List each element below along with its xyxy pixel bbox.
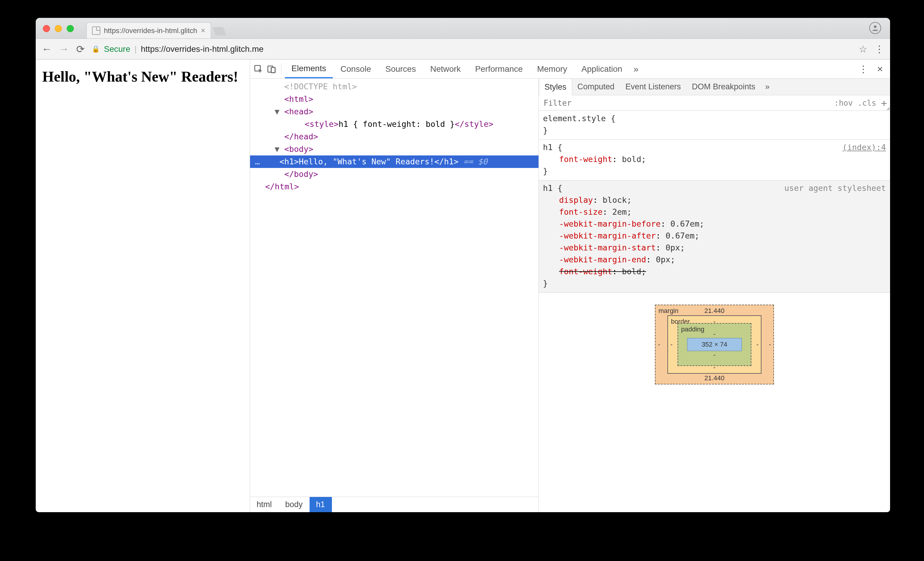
subtab-dom-breakpoints[interactable]: DOM Breakpoints — [687, 79, 761, 95]
dom-line[interactable]: </head> — [250, 130, 538, 143]
styles-tabbar: Styles Computed Event Listeners DOM Brea… — [539, 79, 890, 95]
bookmark-star-icon[interactable]: ☆ — [859, 44, 867, 55]
page-favicon-icon — [92, 27, 100, 35]
browser-menu-button[interactable]: ⋮ — [874, 44, 884, 55]
browser-window: https://overrides-in-html.glitch × ← → ⟳… — [36, 18, 890, 512]
tab-application[interactable]: Application — [575, 60, 629, 78]
tabs-overflow-icon[interactable]: » — [630, 64, 642, 74]
devtools-tabbar: Elements Console Sources Network Perform… — [250, 60, 890, 79]
dom-line[interactable]: ▼ <body> — [250, 143, 538, 155]
css-declaration[interactable]: font-weight: bold; — [543, 153, 886, 165]
styles-filter-row: :hov .cls + — [539, 95, 890, 111]
profile-avatar-button[interactable] — [869, 22, 881, 34]
padding-bottom-value: - — [713, 351, 716, 358]
dom-line[interactable]: </html> — [250, 180, 538, 193]
subtab-event-listeners[interactable]: Event Listeners — [620, 79, 687, 95]
styles-column: Styles Computed Event Listeners DOM Brea… — [539, 79, 890, 512]
secure-label: Secure — [104, 44, 130, 54]
margin-left-value: - — [658, 340, 660, 348]
box-model-content[interactable]: 352 × 74 — [687, 338, 742, 351]
devtools-menu-button[interactable]: ⋮ — [858, 63, 868, 75]
breadcrumb: htmlbodyh1 — [250, 496, 538, 512]
padding-label: padding — [681, 326, 704, 333]
browser-tab[interactable]: https://overrides-in-html.glitch × — [86, 22, 211, 38]
cls-toggle[interactable]: .cls — [858, 99, 876, 108]
css-declaration[interactable]: font-size: 2em; — [543, 206, 886, 218]
breadcrumb-html[interactable]: html — [250, 497, 279, 512]
dom-line[interactable]: <style>h1 { font-weight: bold }</style> — [250, 118, 538, 130]
page-heading: Hello, "What's New" Readers! — [42, 67, 243, 86]
css-declaration[interactable]: -webkit-margin-start: 0px; — [543, 242, 886, 254]
device-toolbar-icon[interactable] — [266, 63, 278, 75]
css-declaration[interactable]: -webkit-margin-after: 0.67em; — [543, 230, 886, 242]
subtab-styles[interactable]: Styles — [539, 79, 572, 95]
tab-performance[interactable]: Performance — [468, 60, 529, 78]
box-model-border[interactable]: border - - - - padding - 352 × 74 — [668, 315, 762, 374]
separator: | — [135, 44, 136, 54]
tab-console[interactable]: Console — [334, 60, 378, 78]
rule-source: user agent stylesheet — [784, 182, 886, 194]
devtools-panel: Elements Console Sources Network Perform… — [250, 60, 890, 512]
dom-line[interactable]: … <h1>Hello, "What's New" Readers!</h1> … — [250, 155, 538, 168]
window-controls — [43, 25, 74, 32]
url-host: https://overrides-in-html.glitch.me — [141, 44, 264, 54]
new-tab-button[interactable] — [213, 27, 226, 35]
subtabs-overflow-icon[interactable]: » — [761, 82, 774, 92]
tab-elements[interactable]: Elements — [285, 60, 333, 78]
elements-column: <!DOCTYPE html> <html> ▼ <head> <style>h… — [250, 79, 539, 512]
breadcrumb-body[interactable]: body — [279, 497, 310, 512]
separator — [281, 63, 281, 75]
browser-toolbar: ← → ⟳ 🔒 Secure | https://overrides-in-ht… — [36, 39, 890, 60]
svg-rect-3 — [271, 67, 275, 73]
border-left-value: - — [670, 340, 672, 348]
page-viewport: Hello, "What's New" Readers! — [36, 60, 250, 512]
tab-memory[interactable]: Memory — [531, 60, 574, 78]
dom-line[interactable]: </body> — [250, 168, 538, 180]
back-button[interactable]: ← — [42, 43, 52, 55]
hov-toggle[interactable]: :hov — [834, 99, 853, 108]
border-right-value: - — [756, 340, 759, 348]
rule-source[interactable]: (index):4 — [842, 141, 886, 153]
style-rule[interactable]: user agent stylesheeth1 {display: block;… — [539, 180, 890, 293]
inspect-element-icon[interactable] — [252, 63, 264, 75]
css-declaration[interactable]: display: block; — [543, 194, 886, 206]
address-bar[interactable]: 🔒 Secure | https://overrides-in-html.gli… — [92, 44, 867, 55]
window-minimize-button[interactable] — [55, 25, 62, 32]
tab-title: https://overrides-in-html.glitch — [104, 27, 197, 35]
css-declaration[interactable]: font-weight: bold; — [543, 266, 886, 278]
tab-sources[interactable]: Sources — [379, 60, 422, 78]
style-rule[interactable]: element.style {} — [539, 111, 890, 140]
dom-line[interactable]: ▼ <head> — [250, 105, 538, 118]
window-close-button[interactable] — [43, 25, 50, 32]
css-declaration[interactable]: -webkit-margin-end: 0px; — [543, 254, 886, 266]
reload-button[interactable]: ⟳ — [76, 43, 84, 55]
tab-network[interactable]: Network — [424, 60, 467, 78]
subtab-computed[interactable]: Computed — [572, 79, 620, 95]
svg-point-0 — [874, 25, 877, 28]
dom-line[interactable]: <!DOCTYPE html> — [250, 80, 538, 93]
tab-close-icon[interactable]: × — [201, 26, 205, 35]
css-declaration[interactable]: -webkit-margin-before: 0.67em; — [543, 218, 886, 230]
margin-top-value: 21.440 — [704, 307, 724, 315]
forward-button[interactable]: → — [59, 43, 69, 55]
new-style-rule-button[interactable]: + — [881, 97, 887, 109]
margin-bottom-value: 21.440 — [704, 374, 724, 382]
browser-tabstrip: https://overrides-in-html.glitch × — [36, 18, 890, 39]
box-model: margin 21.440 21.440 - - border - - — [539, 293, 890, 512]
resize-corner-icon — [886, 107, 890, 110]
padding-top-value: - — [713, 330, 716, 338]
window-zoom-button[interactable] — [67, 25, 74, 32]
box-model-padding[interactable]: padding - 352 × 74 - — [678, 323, 752, 366]
lock-icon: 🔒 — [92, 45, 100, 53]
dom-line[interactable]: <html> — [250, 93, 538, 105]
styles-rules: element.style {}(index):4h1 {font-weight… — [539, 111, 890, 293]
devtools-close-button[interactable]: × — [877, 63, 883, 75]
style-rule[interactable]: (index):4h1 {font-weight: bold;} — [539, 140, 890, 180]
dom-tree[interactable]: <!DOCTYPE html> <html> ▼ <head> <style>h… — [250, 79, 538, 496]
breadcrumb-h1[interactable]: h1 — [310, 497, 332, 512]
box-model-margin[interactable]: margin 21.440 21.440 - - border - - — [655, 304, 774, 384]
margin-right-value: - — [769, 340, 771, 348]
margin-label: margin — [658, 307, 678, 315]
